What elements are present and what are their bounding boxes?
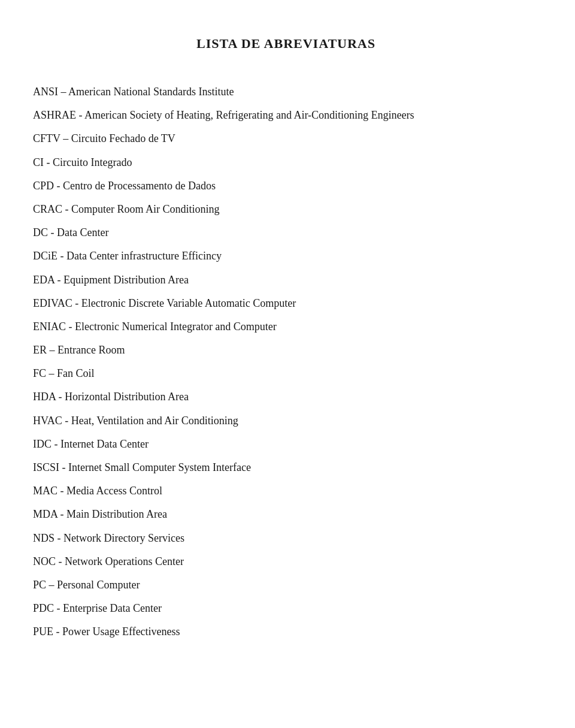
abbreviation-list: ANSI – American National Standards Insti… bbox=[33, 84, 539, 640]
list-item: DCiE - Data Center infrastructure Effici… bbox=[33, 249, 539, 264]
list-item: ER – Entrance Room bbox=[33, 343, 539, 358]
list-item: NOC - Network Operations Center bbox=[33, 554, 539, 569]
list-item: MAC - Media Access Control bbox=[33, 484, 539, 499]
list-item: PUE - Power Usage Effectiveness bbox=[33, 624, 539, 639]
page-title: LISTA DE ABREVIATURAS bbox=[33, 36, 539, 52]
list-item: MDA - Main Distribution Area bbox=[33, 507, 539, 522]
list-item: ENIAC - Electronic Numerical Integrator … bbox=[33, 319, 539, 334]
list-item: IDC - Internet Data Center bbox=[33, 437, 539, 452]
list-item: ISCSI - Internet Small Computer System I… bbox=[33, 460, 539, 475]
list-item: ANSI – American National Standards Insti… bbox=[33, 84, 539, 99]
list-item: CRAC - Computer Room Air Conditioning bbox=[33, 202, 539, 217]
list-item: HVAC - Heat, Ventilation and Air Conditi… bbox=[33, 413, 539, 428]
list-item: EDIVAC - Electronic Discrete Variable Au… bbox=[33, 296, 539, 311]
list-item: NDS - Network Directory Services bbox=[33, 531, 539, 546]
list-item: ASHRAE - American Society of Heating, Re… bbox=[33, 108, 539, 123]
list-item: CPD - Centro de Processamento de Dados bbox=[33, 179, 539, 194]
list-item: PC – Personal Computer bbox=[33, 578, 539, 593]
list-item: PDC - Enterprise Data Center bbox=[33, 601, 539, 616]
list-item: EDA - Equipment Distribution Area bbox=[33, 273, 539, 288]
list-item: CI - Circuito Integrado bbox=[33, 155, 539, 170]
list-item: DC - Data Center bbox=[33, 225, 539, 240]
list-item: FC – Fan Coil bbox=[33, 366, 539, 381]
list-item: CFTV – Circuito Fechado de TV bbox=[33, 131, 539, 146]
list-item: HDA - Horizontal Distribution Area bbox=[33, 389, 539, 404]
